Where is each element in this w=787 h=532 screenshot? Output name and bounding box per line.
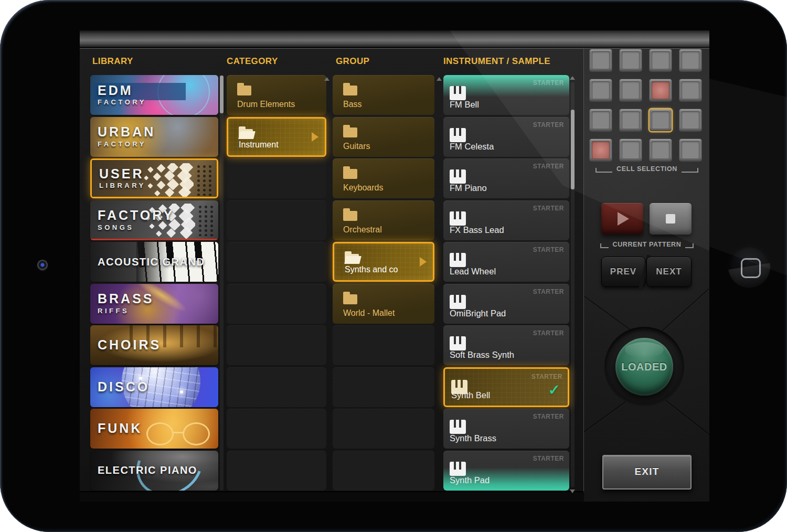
library-list: EDM FACTORY URBAN FACTORY xyxy=(90,75,218,491)
folder-icon xyxy=(343,86,357,95)
front-camera xyxy=(37,260,48,271)
library-item-choirs[interactable]: CHOIRS xyxy=(90,325,218,365)
instrument-item-omibright-pad[interactable]: STARTER OmiBright Pad xyxy=(443,284,569,324)
exit-button[interactable]: EXIT xyxy=(602,455,692,490)
library-item-brass-riffs[interactable]: BRASS RIFFS xyxy=(90,284,218,324)
instrument-item-label: Synth Bell xyxy=(451,390,490,400)
starter-badge: STARTER xyxy=(533,163,564,170)
instrument-item-synth-brass[interactable]: STARTER Synth Brass xyxy=(443,409,569,449)
starter-badge: STARTER xyxy=(533,413,564,420)
library-item-title: FACTORY xyxy=(98,209,174,222)
library-item-factory-songs[interactable]: FACTORY SONGS xyxy=(90,200,218,240)
library-item-funk[interactable]: FUNK xyxy=(90,409,218,449)
bracket-decoration xyxy=(595,168,612,173)
library-item-subtitle: FACTORY xyxy=(98,140,155,148)
instrument-item-fx-bass-lead[interactable]: STARTER FX Bass Lead xyxy=(443,200,569,240)
library-item-edm-factory[interactable]: EDM FACTORY xyxy=(90,75,218,115)
category-item-drum-elements[interactable]: Drum Elements xyxy=(227,75,326,115)
pad-cell[interactable] xyxy=(620,79,642,101)
pad-cell[interactable] xyxy=(590,49,612,71)
play-button[interactable] xyxy=(601,203,643,235)
category-scroll-up-icon[interactable] xyxy=(324,77,329,81)
instrument-item-fm-bell[interactable]: STARTER FM Bell xyxy=(443,75,569,115)
instrument-item-fm-piano[interactable]: STARTER FM Piano xyxy=(443,158,569,198)
next-pattern-button[interactable]: NEXT xyxy=(646,257,692,287)
loaded-button[interactable]: LOADED xyxy=(615,338,673,396)
sound-browser-panel: LIBRARY CATEGORY GROUP INSTRUMENT / SAMP… xyxy=(80,48,584,492)
pad-cell[interactable] xyxy=(590,139,612,161)
folder-icon xyxy=(343,211,357,221)
pad-cell[interactable] xyxy=(679,49,701,71)
library-item-title: FUNK xyxy=(98,422,142,435)
library-item-disco[interactable]: DISCO xyxy=(90,367,218,407)
instrument-item-fm-celesta[interactable]: STARTER FM Celesta xyxy=(443,117,569,157)
starter-badge: STARTER xyxy=(533,205,564,212)
glasses-graphic xyxy=(146,422,174,445)
instrument-item-soft-brass-synth[interactable]: STARTER Soft Brass Synth xyxy=(443,325,569,365)
empty-list-slot xyxy=(333,409,434,449)
library-item-urban-factory[interactable]: URBAN FACTORY xyxy=(90,117,218,157)
pad-cell[interactable] xyxy=(679,139,701,161)
library-item-title: USER xyxy=(99,167,146,181)
pad-cell[interactable] xyxy=(650,49,672,71)
instrument-list: STARTER FM Bell STARTER FM Celesta START… xyxy=(443,75,569,491)
pad-cell[interactable] xyxy=(650,139,672,161)
instrument-item-label: Synth Brass xyxy=(450,433,496,443)
group-item-synths-and-co[interactable]: Synths and co xyxy=(333,242,434,282)
pad-cell[interactable] xyxy=(679,79,701,101)
library-item-user-library[interactable]: USER LIBRARY xyxy=(90,158,218,198)
prev-pattern-button[interactable]: PREV xyxy=(601,257,645,287)
group-item-bass[interactable]: Bass xyxy=(333,75,434,115)
instrument-item-synth-bell[interactable]: STARTER ✓ Synth Bell xyxy=(443,367,569,407)
instrument-scroll-down-icon[interactable] xyxy=(570,490,575,493)
pad-cell[interactable] xyxy=(679,109,701,131)
drill-in-arrow-icon xyxy=(312,132,318,142)
instrument-item-synth-pad[interactable]: STARTER Synth Pad xyxy=(443,451,569,491)
library-item-subtitle: FACTORY xyxy=(98,98,146,106)
pad-cell[interactable] xyxy=(620,109,642,131)
pad-cell[interactable] xyxy=(650,109,672,131)
group-item-label: Bass xyxy=(343,100,362,109)
piano-keys-icon xyxy=(450,86,466,100)
category-item-instrument[interactable]: Instrument xyxy=(227,117,326,157)
instrument-scroll-up-icon[interactable] xyxy=(570,76,575,80)
pad-cell[interactable] xyxy=(590,79,612,101)
stop-button[interactable] xyxy=(650,203,692,235)
empty-list-slot xyxy=(333,367,434,407)
group-item-world-mallet[interactable]: World - Mallet xyxy=(333,284,434,324)
pad-cell[interactable] xyxy=(590,109,612,131)
home-button[interactable] xyxy=(728,246,770,288)
starter-badge: STARTER xyxy=(533,455,564,462)
pad-cell[interactable] xyxy=(650,79,672,101)
group-item-guitars[interactable]: Guitars xyxy=(333,117,434,157)
pad-cell[interactable] xyxy=(620,49,642,71)
bracket-decoration xyxy=(685,243,694,248)
group-item-orchestral[interactable]: Orchestral xyxy=(333,200,434,240)
starter-badge: STARTER xyxy=(531,373,562,380)
category-item-label: Instrument xyxy=(239,140,279,150)
group-item-keyboards[interactable]: Keyboards xyxy=(333,158,434,198)
category-item-label: Drum Elements xyxy=(237,100,295,109)
library-item-title: URBAN xyxy=(98,125,155,139)
speaker-dot-grid xyxy=(196,164,212,196)
pad-cell[interactable] xyxy=(620,139,642,161)
empty-list-slot xyxy=(227,367,326,407)
library-scrollbar-thumb[interactable] xyxy=(220,76,224,113)
glasses-graphic xyxy=(183,422,210,445)
instrument-item-lead-wheel[interactable]: STARTER Lead Wheel xyxy=(443,242,569,282)
library-item-acoustic-grand[interactable]: ACOUSTIC GRAND xyxy=(90,242,218,282)
library-scrollbar-track[interactable] xyxy=(220,75,224,491)
instrument-column-header: INSTRUMENT / SAMPLE xyxy=(443,56,550,67)
group-item-label: Guitars xyxy=(343,142,370,151)
empty-list-slot xyxy=(227,284,326,324)
group-scroll-up-icon[interactable] xyxy=(437,77,442,81)
folder-icon xyxy=(237,86,251,95)
glasses-graphic xyxy=(173,432,184,433)
library-item-title: DISCO xyxy=(98,380,150,394)
library-item-subtitle: LIBRARY xyxy=(99,182,146,189)
piano-keys-icon xyxy=(450,336,466,350)
folder-icon xyxy=(343,294,357,304)
app-top-chrome-bar xyxy=(80,30,709,48)
instrument-scrollbar-thumb[interactable] xyxy=(571,110,575,189)
library-item-electric-piano[interactable]: ELECTRIC PIANO xyxy=(90,451,218,491)
